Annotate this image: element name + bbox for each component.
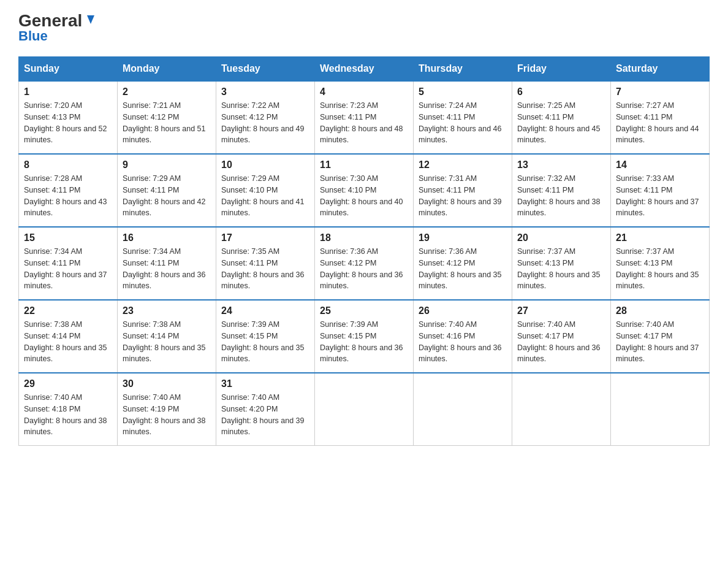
calendar-table: SundayMondayTuesdayWednesdayThursdayFrid… <box>18 56 710 446</box>
logo: General Blue <box>18 12 97 44</box>
day-number: 27 <box>517 305 605 316</box>
calendar-header-thursday: Thursday <box>414 57 512 82</box>
calendar-week-row: 22 Sunrise: 7:38 AMSunset: 4:14 PMDaylig… <box>19 300 710 373</box>
calendar-header-friday: Friday <box>512 57 611 82</box>
calendar-cell: 11 Sunrise: 7:30 AMSunset: 4:10 PMDaylig… <box>315 154 414 227</box>
day-number: 8 <box>24 159 112 170</box>
day-info: Sunrise: 7:38 AMSunset: 4:14 PMDaylight:… <box>24 319 112 365</box>
calendar-cell: 13 Sunrise: 7:32 AMSunset: 4:11 PMDaylig… <box>512 154 611 227</box>
calendar-cell: 5 Sunrise: 7:24 AMSunset: 4:11 PMDayligh… <box>414 81 512 154</box>
day-number: 21 <box>616 232 704 243</box>
calendar-cell: 19 Sunrise: 7:36 AMSunset: 4:12 PMDaylig… <box>414 227 512 300</box>
calendar-cell: 31 Sunrise: 7:40 AMSunset: 4:20 PMDaylig… <box>216 373 315 446</box>
calendar-cell: 24 Sunrise: 7:39 AMSunset: 4:15 PMDaylig… <box>216 300 315 373</box>
calendar-cell: 22 Sunrise: 7:38 AMSunset: 4:14 PMDaylig… <box>19 300 118 373</box>
calendar-cell: 9 Sunrise: 7:29 AMSunset: 4:11 PMDayligh… <box>118 154 216 227</box>
calendar-cell: 6 Sunrise: 7:25 AMSunset: 4:11 PMDayligh… <box>512 81 611 154</box>
day-info: Sunrise: 7:24 AMSunset: 4:11 PMDaylight:… <box>419 100 507 146</box>
day-info: Sunrise: 7:37 AMSunset: 4:13 PMDaylight:… <box>616 246 704 292</box>
calendar-cell: 23 Sunrise: 7:38 AMSunset: 4:14 PMDaylig… <box>118 300 216 373</box>
calendar-cell: 10 Sunrise: 7:29 AMSunset: 4:10 PMDaylig… <box>216 154 315 227</box>
page-header: General Blue <box>18 12 710 44</box>
day-info: Sunrise: 7:32 AMSunset: 4:11 PMDaylight:… <box>517 173 605 219</box>
calendar-cell: 27 Sunrise: 7:40 AMSunset: 4:17 PMDaylig… <box>512 300 611 373</box>
day-info: Sunrise: 7:25 AMSunset: 4:11 PMDaylight:… <box>517 100 605 146</box>
logo-blue-text: Blue <box>18 28 48 44</box>
day-number: 4 <box>320 86 408 98</box>
day-info: Sunrise: 7:40 AMSunset: 4:18 PMDaylight:… <box>24 392 112 438</box>
calendar-cell: 26 Sunrise: 7:40 AMSunset: 4:16 PMDaylig… <box>414 300 512 373</box>
calendar-header-saturday: Saturday <box>611 57 710 82</box>
day-info: Sunrise: 7:21 AMSunset: 4:12 PMDaylight:… <box>123 100 211 146</box>
calendar-cell: 4 Sunrise: 7:23 AMSunset: 4:11 PMDayligh… <box>315 81 414 154</box>
day-number: 19 <box>419 232 507 243</box>
day-number: 5 <box>419 86 507 98</box>
day-number: 28 <box>616 305 704 316</box>
day-info: Sunrise: 7:29 AMSunset: 4:10 PMDaylight:… <box>221 173 309 219</box>
calendar-cell: 12 Sunrise: 7:31 AMSunset: 4:11 PMDaylig… <box>414 154 512 227</box>
calendar-cell: 30 Sunrise: 7:40 AMSunset: 4:19 PMDaylig… <box>118 373 216 446</box>
calendar-cell: 20 Sunrise: 7:37 AMSunset: 4:13 PMDaylig… <box>512 227 611 300</box>
calendar-week-row: 1 Sunrise: 7:20 AMSunset: 4:13 PMDayligh… <box>19 81 710 154</box>
calendar-cell: 3 Sunrise: 7:22 AMSunset: 4:12 PMDayligh… <box>216 81 315 154</box>
day-number: 3 <box>221 86 309 98</box>
day-info: Sunrise: 7:40 AMSunset: 4:19 PMDaylight:… <box>123 392 211 438</box>
day-number: 2 <box>123 86 211 98</box>
calendar-week-row: 15 Sunrise: 7:34 AMSunset: 4:11 PMDaylig… <box>19 227 710 300</box>
day-info: Sunrise: 7:29 AMSunset: 4:11 PMDaylight:… <box>123 173 211 219</box>
day-number: 29 <box>24 378 112 389</box>
day-number: 16 <box>123 232 211 243</box>
day-info: Sunrise: 7:40 AMSunset: 4:17 PMDaylight:… <box>616 319 704 365</box>
day-number: 18 <box>320 232 408 243</box>
calendar-header-monday: Monday <box>118 57 216 82</box>
calendar-week-row: 29 Sunrise: 7:40 AMSunset: 4:18 PMDaylig… <box>19 373 710 446</box>
day-info: Sunrise: 7:22 AMSunset: 4:12 PMDaylight:… <box>221 100 309 146</box>
day-number: 9 <box>123 159 211 170</box>
logo-arrow-icon <box>83 13 97 26</box>
day-number: 31 <box>221 378 309 389</box>
day-info: Sunrise: 7:40 AMSunset: 4:20 PMDaylight:… <box>221 392 309 438</box>
calendar-cell: 2 Sunrise: 7:21 AMSunset: 4:12 PMDayligh… <box>118 81 216 154</box>
day-number: 26 <box>419 305 507 316</box>
calendar-cell <box>414 373 512 446</box>
day-number: 24 <box>221 305 309 316</box>
calendar-cell: 14 Sunrise: 7:33 AMSunset: 4:11 PMDaylig… <box>611 154 710 227</box>
svg-marker-0 <box>87 15 94 24</box>
day-info: Sunrise: 7:38 AMSunset: 4:14 PMDaylight:… <box>123 319 211 365</box>
day-number: 17 <box>221 232 309 243</box>
calendar-cell <box>315 373 414 446</box>
day-info: Sunrise: 7:40 AMSunset: 4:17 PMDaylight:… <box>517 319 605 365</box>
calendar-cell: 29 Sunrise: 7:40 AMSunset: 4:18 PMDaylig… <box>19 373 118 446</box>
day-info: Sunrise: 7:34 AMSunset: 4:11 PMDaylight:… <box>24 246 112 292</box>
calendar-cell: 7 Sunrise: 7:27 AMSunset: 4:11 PMDayligh… <box>611 81 710 154</box>
day-info: Sunrise: 7:30 AMSunset: 4:10 PMDaylight:… <box>320 173 408 219</box>
day-number: 7 <box>616 86 704 98</box>
day-number: 13 <box>517 159 605 170</box>
day-number: 1 <box>24 86 112 98</box>
calendar-cell: 1 Sunrise: 7:20 AMSunset: 4:13 PMDayligh… <box>19 81 118 154</box>
calendar-header-wednesday: Wednesday <box>315 57 414 82</box>
day-info: Sunrise: 7:31 AMSunset: 4:11 PMDaylight:… <box>419 173 507 219</box>
calendar-cell: 16 Sunrise: 7:34 AMSunset: 4:11 PMDaylig… <box>118 227 216 300</box>
calendar-cell <box>512 373 611 446</box>
logo-general-text: General <box>18 12 82 29</box>
day-info: Sunrise: 7:36 AMSunset: 4:12 PMDaylight:… <box>320 246 408 292</box>
day-info: Sunrise: 7:27 AMSunset: 4:11 PMDaylight:… <box>616 100 704 146</box>
day-info: Sunrise: 7:40 AMSunset: 4:16 PMDaylight:… <box>419 319 507 365</box>
day-info: Sunrise: 7:20 AMSunset: 4:13 PMDaylight:… <box>24 100 112 146</box>
day-number: 6 <box>517 86 605 98</box>
calendar-cell: 28 Sunrise: 7:40 AMSunset: 4:17 PMDaylig… <box>611 300 710 373</box>
calendar-cell: 15 Sunrise: 7:34 AMSunset: 4:11 PMDaylig… <box>19 227 118 300</box>
calendar-header-tuesday: Tuesday <box>216 57 315 82</box>
calendar-week-row: 8 Sunrise: 7:28 AMSunset: 4:11 PMDayligh… <box>19 154 710 227</box>
day-number: 23 <box>123 305 211 316</box>
day-info: Sunrise: 7:28 AMSunset: 4:11 PMDaylight:… <box>24 173 112 219</box>
day-info: Sunrise: 7:23 AMSunset: 4:11 PMDaylight:… <box>320 100 408 146</box>
day-number: 14 <box>616 159 704 170</box>
calendar-cell <box>611 373 710 446</box>
day-info: Sunrise: 7:33 AMSunset: 4:11 PMDaylight:… <box>616 173 704 219</box>
day-info: Sunrise: 7:36 AMSunset: 4:12 PMDaylight:… <box>419 246 507 292</box>
day-number: 15 <box>24 232 112 243</box>
calendar-cell: 8 Sunrise: 7:28 AMSunset: 4:11 PMDayligh… <box>19 154 118 227</box>
calendar-header-row: SundayMondayTuesdayWednesdayThursdayFrid… <box>19 57 710 82</box>
